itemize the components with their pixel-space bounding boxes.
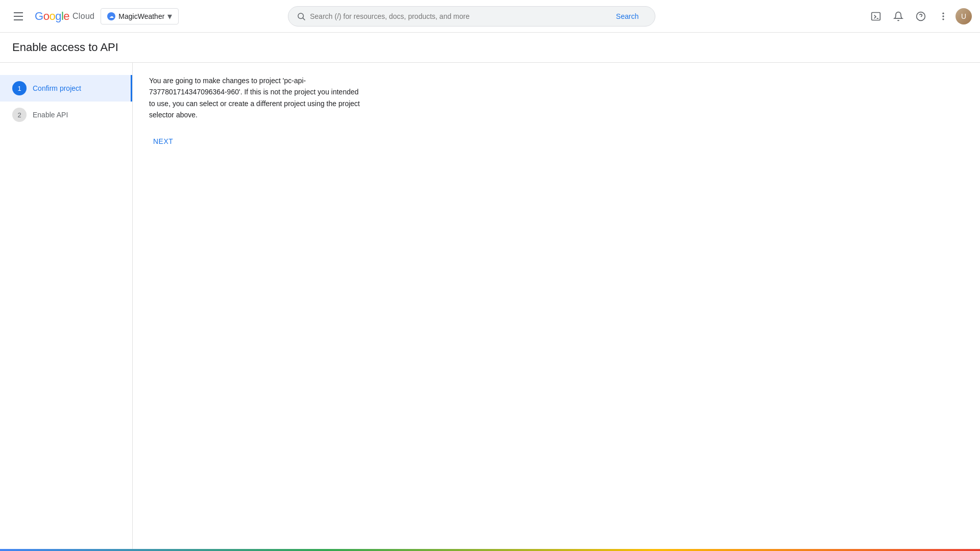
hamburger-icon [14, 12, 23, 20]
svg-point-7 [942, 15, 944, 17]
notifications-button[interactable] [888, 6, 909, 27]
step-1-number: 1 [12, 81, 27, 95]
topbar-left: Google Cloud ☁ MagicWeather ▾ [8, 6, 179, 27]
menu-button[interactable] [8, 6, 29, 27]
svg-point-8 [942, 18, 944, 20]
project-selector[interactable]: ☁ MagicWeather ▾ [101, 8, 179, 24]
search-icon [297, 12, 306, 21]
search-input[interactable] [310, 12, 604, 20]
avatar[interactable]: U [955, 8, 972, 24]
help-button[interactable] [911, 6, 931, 27]
svg-point-0 [298, 13, 304, 19]
step-2-enable-api[interactable]: 2 Enable API [0, 102, 132, 128]
more-vert-icon [938, 11, 948, 21]
main-content: 1 Confirm project 2 Enable API You are g… [0, 63, 980, 551]
project-name: MagicWeather [118, 12, 164, 20]
avatar-image: U [955, 8, 972, 24]
svg-point-6 [942, 12, 944, 14]
bottom-accent-bar [0, 549, 980, 551]
step-1-label: Confirm project [33, 84, 81, 92]
google-logo-text: Google [35, 10, 69, 23]
terminal-icon [871, 11, 881, 21]
cloud-shell-button[interactable] [866, 6, 886, 27]
search-button[interactable]: Search [608, 9, 647, 23]
topbar-right: U [866, 6, 972, 27]
step-2-number: 2 [12, 108, 27, 122]
search-bar-inner: Search [288, 6, 655, 27]
step-1-confirm-project[interactable]: 1 Confirm project [0, 75, 132, 102]
topbar: Google Cloud ☁ MagicWeather ▾ Search [0, 0, 980, 33]
content-area: You are going to make changes to project… [133, 63, 980, 551]
step-2-label: Enable API [33, 111, 68, 119]
google-cloud-logo[interactable]: Google Cloud [35, 10, 94, 23]
svg-line-1 [303, 18, 305, 20]
next-button[interactable]: NEXT [149, 133, 177, 149]
page-title-bar: Enable access to API [0, 33, 980, 63]
search-bar: Search [288, 6, 655, 27]
stepper-sidebar: 1 Confirm project 2 Enable API [0, 63, 133, 551]
page-title: Enable access to API [12, 41, 118, 54]
bell-icon [893, 11, 903, 21]
cloud-logo-text: Cloud [72, 12, 94, 21]
project-icon: ☁ [107, 12, 115, 20]
help-icon [916, 11, 926, 21]
chevron-down-icon: ▾ [167, 12, 172, 21]
more-options-button[interactable] [933, 6, 953, 27]
confirm-project-text: You are going to make changes to project… [149, 75, 363, 121]
